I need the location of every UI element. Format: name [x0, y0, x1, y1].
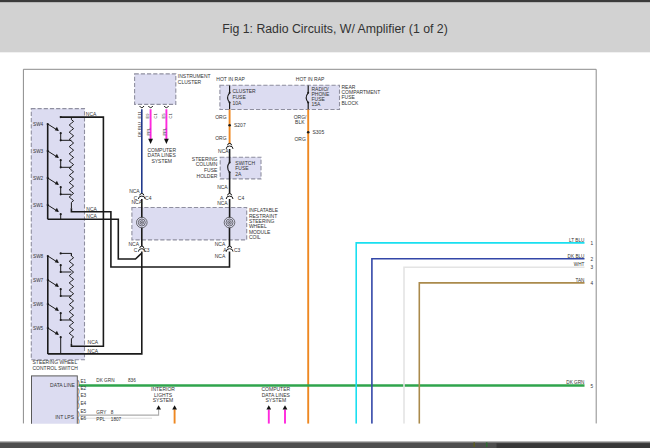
svg-text:15A: 15A — [312, 101, 322, 107]
svg-text:NCA: NCA — [86, 111, 97, 117]
svg-text:ORG: ORG — [294, 136, 306, 142]
svg-text:SYSTEM: SYSTEM — [266, 397, 287, 403]
svg-text:SW2: SW2 — [33, 176, 44, 181]
svg-text:HOT IN RAP: HOT IN RAP — [296, 76, 325, 82]
svg-text:PPL: PPL — [146, 127, 151, 136]
svg-text:C1: C1 — [153, 112, 158, 118]
svg-text:NCA: NCA — [217, 184, 228, 190]
svg-text:PPL: PPL — [96, 417, 105, 422]
svg-text:2: 2 — [591, 257, 594, 262]
svg-text:C: C — [134, 195, 138, 201]
svg-text:C4: C4 — [238, 195, 245, 201]
svg-text:NCA: NCA — [86, 206, 97, 212]
svg-text:DATA LINE: DATA LINE — [50, 382, 75, 388]
svg-text:E1: E1 — [80, 379, 86, 384]
svg-text:E6: E6 — [80, 416, 86, 421]
svg-text:4: 4 — [591, 281, 594, 286]
svg-text:PPL: PPL — [162, 127, 167, 136]
svg-text:1807: 1807 — [111, 417, 122, 422]
svg-text:E11: E11 — [137, 111, 142, 119]
svg-text:ORG: ORG — [215, 114, 227, 120]
svg-text:NCA: NCA — [88, 339, 99, 345]
svg-text:WHT: WHT — [574, 262, 585, 267]
svg-text:C4: C4 — [145, 195, 152, 201]
svg-text:CONTROL SWITCH: CONTROL SWITCH — [33, 365, 79, 371]
svg-text:NCA: NCA — [129, 188, 140, 194]
svg-text:BLK: BLK — [295, 119, 305, 125]
svg-text:INT LPS: INT LPS — [55, 414, 74, 420]
svg-text:8: 8 — [111, 410, 114, 415]
svg-text:DK BLU: DK BLU — [568, 254, 586, 259]
svg-text:): ) — [77, 417, 79, 425]
svg-text:SYSTEM: SYSTEM — [151, 158, 172, 164]
svg-text:SW6: SW6 — [33, 302, 44, 307]
svg-text:1: 1 — [591, 241, 594, 246]
svg-text:SW4: SW4 — [33, 122, 44, 127]
svg-text:SW7: SW7 — [33, 278, 44, 283]
svg-text:E3: E3 — [80, 393, 86, 398]
svg-text:Fig 1: Radio Circuits, W/ Ampl: Fig 1: Radio Circuits, W/ Amplifier (1 o… — [222, 22, 448, 36]
svg-text:C1: C1 — [168, 112, 173, 118]
svg-text:NCA: NCA — [215, 253, 226, 259]
svg-text:HOLDER: HOLDER — [197, 173, 218, 179]
svg-text:TAN: TAN — [575, 278, 584, 283]
svg-text:SW5: SW5 — [33, 326, 44, 331]
svg-text:HOT IN RAP: HOT IN RAP — [216, 76, 245, 82]
svg-text:SYSTEM: SYSTEM — [153, 397, 174, 403]
svg-text:5: 5 — [591, 384, 594, 389]
svg-text:E5: E5 — [80, 409, 86, 414]
svg-text:836: 836 — [128, 378, 136, 383]
svg-text:LT BLU: LT BLU — [569, 238, 585, 243]
svg-text:C3: C3 — [234, 247, 241, 253]
svg-text:BLOCK: BLOCK — [342, 100, 360, 106]
svg-text:S207: S207 — [234, 122, 246, 128]
svg-text:COIL: COIL — [249, 234, 261, 240]
svg-text:NCA: NCA — [86, 213, 97, 219]
svg-text:C3: C3 — [143, 247, 150, 253]
svg-text:SW8: SW8 — [33, 254, 44, 259]
svg-text:ORG: ORG — [215, 135, 227, 141]
svg-text:S305: S305 — [313, 129, 325, 135]
svg-text:C: C — [134, 247, 138, 253]
svg-text:NCA: NCA — [218, 148, 229, 154]
svg-text:DK GRN: DK GRN — [96, 378, 114, 383]
svg-text:E4: E4 — [80, 401, 86, 406]
svg-text:NCA: NCA — [88, 348, 99, 354]
svg-text:2A: 2A — [235, 171, 242, 177]
svg-text:DK GRN: DK GRN — [566, 380, 584, 385]
svg-text:): ) — [77, 401, 79, 409]
svg-text:10A: 10A — [232, 100, 242, 106]
svg-text:GRY: GRY — [96, 410, 107, 415]
svg-text:3: 3 — [591, 265, 594, 270]
svg-text:SW1: SW1 — [33, 203, 44, 208]
svg-text:SW3: SW3 — [33, 149, 44, 154]
svg-text:E5: E5 — [161, 113, 166, 119]
svg-text:DK BLU: DK BLU — [137, 122, 142, 137]
svg-text:CLUSTER: CLUSTER — [178, 79, 202, 85]
svg-text:E2: E2 — [80, 386, 86, 391]
svg-text:E9: E9 — [145, 113, 150, 119]
